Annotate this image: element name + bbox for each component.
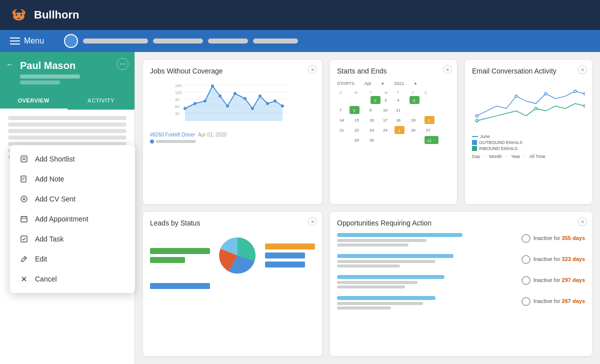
opp-bar-3 xyxy=(337,275,444,279)
email-time-options: Day · Month · Year · All Time xyxy=(472,154,585,159)
widget-starts-close[interactable]: ✕ xyxy=(443,65,452,74)
time-day[interactable]: Day xyxy=(472,154,480,159)
opp-badge-1: Inactive for 355 days xyxy=(522,233,585,243)
svg-text:M: M xyxy=(354,91,358,94)
opp-circle-1 xyxy=(522,234,530,243)
svg-rect-76 xyxy=(21,156,27,162)
opp-sub-3b xyxy=(337,286,405,288)
svg-point-1 xyxy=(16,14,17,16)
opp-badge-4: Inactive for 267 days xyxy=(522,296,585,306)
widget-jobs-close[interactable]: ✕ xyxy=(308,65,317,74)
calendar-container: STARTS Apr ● 2021 ● S M T W T F S 1 xyxy=(337,81,450,150)
widget-jobs: Jobs Without Coverage ✕ 150 120 90 60 30 xyxy=(143,60,322,204)
leads-bar-2 xyxy=(150,257,185,263)
time-month[interactable]: Month xyxy=(490,154,502,159)
year-label: 2021 xyxy=(394,81,404,86)
svg-point-23 xyxy=(266,102,269,105)
legend-outbound-label: OUTBOUND EMAILS xyxy=(479,140,522,145)
time-sep-3: · xyxy=(524,154,526,159)
task-icon xyxy=(19,234,29,244)
opp-content-1 xyxy=(337,233,516,248)
jobs-legend-bar xyxy=(156,140,196,143)
opp-content-4 xyxy=(337,296,516,311)
context-add-note[interactable]: Add Note xyxy=(10,169,135,189)
skeleton-line-1 xyxy=(8,116,126,120)
dot-nav: ● xyxy=(382,81,384,86)
svg-text:10: 10 xyxy=(383,108,388,112)
widget-opps-title: Opportunities Requiring Action xyxy=(337,219,585,227)
svg-text:26: 26 xyxy=(411,128,416,132)
starts-label: STARTS xyxy=(337,81,354,86)
svg-point-2 xyxy=(20,14,22,16)
search-bar xyxy=(56,34,306,48)
email-legend-june: June xyxy=(472,134,585,139)
add-appointment-label: Add Appointment xyxy=(35,215,88,223)
opp-circle-3 xyxy=(522,276,530,285)
email-chart-svg xyxy=(472,81,585,131)
context-add-cv[interactable]: Add CV Sent xyxy=(10,189,135,209)
opp-circle-2 xyxy=(522,255,530,264)
time-sep-1: · xyxy=(484,154,486,159)
appointment-icon xyxy=(19,214,29,224)
svg-point-16 xyxy=(211,84,214,88)
context-edit[interactable]: Edit xyxy=(10,249,135,269)
svg-text:14: 14 xyxy=(340,118,344,122)
context-add-shortlist[interactable]: Add Shortlist xyxy=(10,149,135,169)
widget-email: Email Conversation Activity ✕ xyxy=(465,60,592,204)
profile-subtitle-1 xyxy=(20,74,80,78)
menu-button[interactable]: Menu xyxy=(10,36,44,46)
widget-starts: Starts and Ends ✕ STARTS Apr ● 2021 ● S … xyxy=(330,60,457,204)
widget-email-close[interactable]: ✕ xyxy=(578,65,587,74)
svg-text:30: 30 xyxy=(370,138,374,142)
context-add-task[interactable]: Add Task xyxy=(10,229,135,249)
svg-point-70 xyxy=(574,90,576,92)
user-avatar-icon xyxy=(64,34,78,48)
time-sep-2: · xyxy=(506,154,508,159)
context-cancel[interactable]: Cancel xyxy=(10,269,135,289)
leads-bar-bottom xyxy=(150,283,210,289)
opp-content-3 xyxy=(337,275,516,290)
profile-options-button[interactable]: ⋯ xyxy=(116,58,128,70)
svg-point-13 xyxy=(184,107,186,110)
widget-opps-close[interactable]: ✕ xyxy=(578,217,587,226)
leads-bar-5 xyxy=(265,262,305,268)
svg-text:T: T xyxy=(370,91,372,94)
profile-name: Paul Mason xyxy=(20,60,126,72)
leads-bar-3 xyxy=(265,244,315,250)
tab-overview[interactable]: OVERVIEW xyxy=(0,92,68,110)
app-name: Bullhorn xyxy=(34,8,79,22)
svg-point-67 xyxy=(476,114,478,117)
svg-text:W: W xyxy=(384,91,388,94)
leads-pie-svg xyxy=(215,233,260,278)
inactive-days-3: 297 days xyxy=(562,277,585,283)
svg-text:11: 11 xyxy=(396,108,400,112)
dashboard: Jobs Without Coverage ✕ 150 120 90 60 30 xyxy=(135,52,600,364)
svg-text:30: 30 xyxy=(175,112,180,116)
svg-text:9: 9 xyxy=(370,108,372,112)
email-legend-outbound: OUTBOUND EMAILS xyxy=(472,140,585,145)
svg-point-21 xyxy=(251,107,254,110)
skeleton-line-3 xyxy=(8,129,126,133)
svg-point-71 xyxy=(584,92,585,95)
add-task-label: Add Task xyxy=(35,235,64,243)
svg-text:22: 22 xyxy=(354,128,359,132)
widget-leads-close[interactable]: ✕ xyxy=(308,217,317,226)
svg-text:90: 90 xyxy=(175,98,180,102)
tab-activity[interactable]: ACTIVITY xyxy=(68,92,135,110)
svg-point-18 xyxy=(226,104,229,108)
svg-text:S: S xyxy=(424,91,427,94)
svg-point-24 xyxy=(274,100,276,102)
back-button[interactable]: ← xyxy=(6,60,14,69)
widget-starts-title: Starts and Ends xyxy=(337,67,450,75)
bullhorn-logo-icon xyxy=(10,6,30,24)
svg-text:3: 3 xyxy=(384,98,387,102)
context-add-appointment[interactable]: Add Appointment xyxy=(10,209,135,229)
cancel-label: Cancel xyxy=(35,275,57,283)
inactive-days-1: 355 days xyxy=(562,235,585,241)
leads-legend-left xyxy=(150,248,210,263)
leads-bar-1 xyxy=(150,248,210,254)
cv-icon xyxy=(19,194,29,204)
time-alltime[interactable]: All Time xyxy=(530,154,546,159)
time-year[interactable]: Year xyxy=(511,154,520,159)
svg-text:15: 15 xyxy=(354,118,359,122)
